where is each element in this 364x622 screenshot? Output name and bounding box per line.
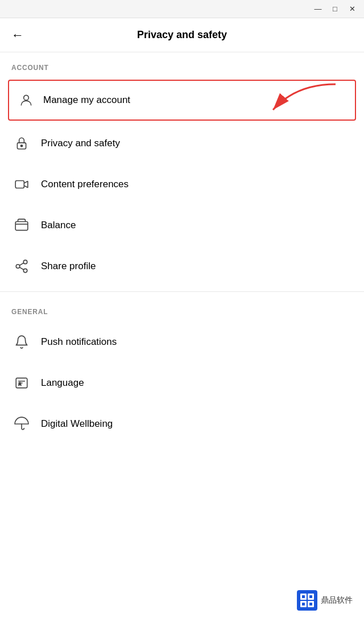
- manage-account-label: Manage my account: [43, 94, 130, 106]
- privacy-safety-label: Privacy and safety: [41, 138, 120, 149]
- close-button[interactable]: ✕: [346, 3, 358, 15]
- balance-label: Balance: [41, 220, 76, 231]
- svg-point-8: [23, 269, 27, 273]
- svg-rect-15: [302, 595, 305, 598]
- push-notifications-label: Push notifications: [41, 336, 117, 348]
- umbrella-icon: [11, 414, 32, 434]
- general-section-label: GENERAL: [0, 296, 364, 322]
- svg-point-7: [16, 265, 20, 269]
- menu-item-content-preferences[interactable]: Content preferences: [0, 164, 364, 205]
- menu-item-digital-wellbeing[interactable]: Digital Wellbeing: [0, 403, 364, 444]
- share-profile-label: Share profile: [41, 261, 96, 272]
- svg-rect-5: [15, 222, 28, 230]
- video-icon: [11, 174, 32, 195]
- maximize-button[interactable]: □: [329, 3, 341, 15]
- menu-item-privacy-safety[interactable]: Privacy and safety: [0, 123, 364, 164]
- back-button[interactable]: ←: [11, 28, 24, 43]
- minimize-button[interactable]: —: [312, 3, 324, 15]
- menu-item-manage-account[interactable]: Manage my account: [8, 80, 356, 121]
- svg-text:A: A: [19, 382, 22, 386]
- menu-item-language[interactable]: A Language: [0, 363, 364, 403]
- watermark-logo: [297, 590, 317, 611]
- svg-point-6: [23, 260, 27, 264]
- menu-item-share-profile[interactable]: Share profile: [0, 246, 364, 287]
- svg-rect-4: [15, 181, 24, 188]
- language-label: Language: [41, 377, 84, 389]
- lock-icon: [11, 133, 32, 154]
- page-title: Privacy and safety: [137, 29, 227, 41]
- svg-point-0: [24, 95, 29, 100]
- svg-rect-16: [309, 595, 312, 598]
- watermark-text: 鼎品软件: [321, 595, 353, 605]
- section-divider: [0, 291, 364, 292]
- digital-wellbeing-label: Digital Wellbeing: [41, 418, 113, 430]
- account-section-label: ACCOUNT: [0, 52, 364, 77]
- share-icon: [11, 256, 32, 277]
- language-icon: A: [11, 373, 32, 393]
- watermark: 鼎品软件: [297, 590, 353, 611]
- title-bar: — □ ✕: [0, 0, 364, 18]
- menu-item-balance[interactable]: Balance: [0, 205, 364, 246]
- svg-rect-17: [302, 603, 305, 605]
- content-preferences-label: Content preferences: [41, 179, 129, 190]
- header: ← Privacy and safety: [0, 18, 364, 52]
- user-icon: [16, 90, 36, 110]
- svg-rect-18: [309, 603, 312, 605]
- svg-point-3: [20, 145, 22, 147]
- bell-icon: [11, 332, 32, 352]
- title-bar-controls: — □ ✕: [312, 3, 358, 15]
- wallet-icon: [11, 215, 32, 236]
- menu-item-push-notifications[interactable]: Push notifications: [0, 322, 364, 363]
